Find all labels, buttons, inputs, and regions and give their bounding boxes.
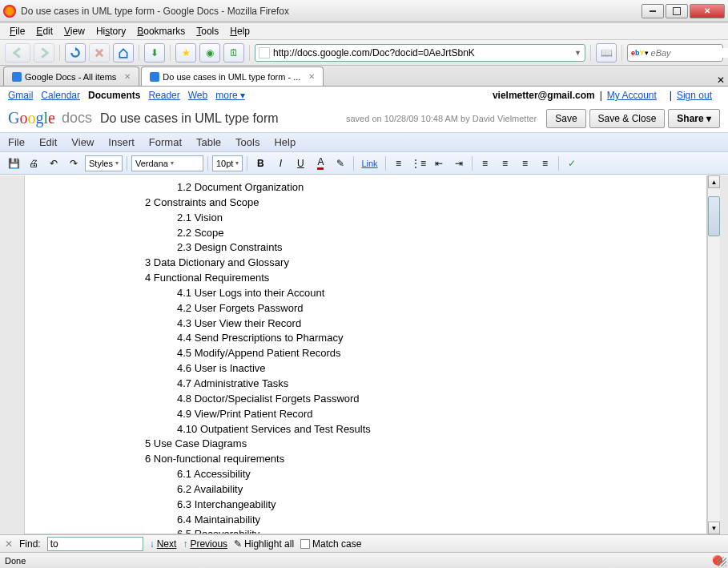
redo-icon[interactable]: ↷	[65, 155, 82, 171]
outline-item[interactable]: 4.1 User Logs into their Account	[177, 286, 698, 301]
back-button[interactable]	[5, 43, 30, 62]
findbar-close-icon[interactable]: ✕	[5, 538, 13, 550]
find-next-button[interactable]: ↓ Next	[150, 538, 177, 550]
outline-item[interactable]: 4.4 Send Prescriptions to Pharmacy	[177, 331, 698, 346]
outline-item[interactable]: 4.7 Administrative Tasks	[177, 377, 698, 392]
menu-view[interactable]: View	[59, 24, 90, 38]
outline-item[interactable]: 2.2 Scope	[177, 226, 698, 241]
menu-tools[interactable]: Tools	[191, 24, 223, 38]
outline-item[interactable]: 4.5 Modify/Append Patient Records	[177, 346, 698, 361]
tab-google-docs-list[interactable]: Google Docs - All items ✕	[3, 66, 139, 86]
reload-button[interactable]	[65, 43, 86, 62]
tab-close-icon[interactable]: ✕	[308, 72, 315, 81]
forward-button[interactable]	[34, 43, 54, 62]
docmenu-insert[interactable]: Insert	[108, 136, 135, 148]
menu-edit[interactable]: Edit	[31, 24, 58, 38]
bullet-list-icon[interactable]: ⋮≡	[410, 155, 428, 171]
outline-item[interactable]: 2.1 Vision	[177, 211, 698, 226]
docmenu-edit[interactable]: Edit	[39, 136, 57, 148]
doc-canvas[interactable]: 1.2 Document Organization2 Constraints a…	[24, 175, 707, 534]
outline-item[interactable]: 6.1 Accessibility	[177, 467, 698, 482]
home-button[interactable]	[113, 43, 134, 62]
my-account-link[interactable]: My Account	[607, 90, 657, 101]
print-icon[interactable]: 🖨	[25, 155, 42, 171]
tab-document[interactable]: Do use cases in UML type form - ... ✕	[141, 66, 324, 86]
menu-bookmarks[interactable]: Bookmarks	[132, 24, 190, 38]
link-button[interactable]: Link	[358, 159, 380, 168]
outline-item[interactable]: 6 Non-functional requirements	[145, 452, 698, 467]
outline-item[interactable]: 4.6 User is Inactive	[177, 361, 698, 377]
numbered-list-icon[interactable]: ≡	[390, 155, 408, 171]
menu-history[interactable]: History	[91, 24, 131, 38]
tabstrip-close-icon[interactable]: ✕	[717, 75, 725, 86]
outline-item[interactable]: 4.3 User View their Record	[177, 316, 698, 332]
highlight-all-button[interactable]: ✎ Highlight all	[234, 538, 294, 550]
size-select[interactable]: 10pt	[212, 155, 243, 171]
doc-content[interactable]: 1.2 Document Organization2 Constraints a…	[25, 175, 706, 534]
highlight-icon[interactable]: ✎	[332, 155, 349, 171]
doc-title[interactable]: Do use cases in UML type form	[100, 111, 279, 126]
gbar-more[interactable]: more ▾	[215, 90, 245, 101]
stop-button[interactable]	[89, 43, 110, 62]
menu-help[interactable]: Help	[225, 24, 255, 38]
save-button[interactable]: Save	[546, 109, 585, 128]
outline-item[interactable]: 2 Constraints and Scope	[145, 195, 698, 211]
outline-item[interactable]: 1.2 Document Organization	[177, 180, 698, 195]
gbar-gmail[interactable]: Gmail	[8, 90, 33, 101]
outline-item[interactable]: 6.5 Recoverability	[177, 527, 698, 534]
underline-icon[interactable]: U	[292, 155, 309, 171]
docmenu-format[interactable]: Format	[149, 136, 182, 148]
match-case-checkbox[interactable]: Match case	[300, 538, 361, 550]
font-select[interactable]: Verdana	[131, 155, 203, 171]
indent-icon[interactable]: ⇥	[450, 155, 468, 171]
docmenu-help[interactable]: Help	[274, 136, 296, 148]
gbar-reader[interactable]: Reader	[148, 90, 179, 101]
docmenu-view[interactable]: View	[71, 136, 94, 148]
outline-item[interactable]: 6.2 Availability	[177, 482, 698, 498]
outline-item[interactable]: 4.10 Outpatient Services and Test Result…	[177, 422, 698, 437]
find-input[interactable]	[47, 537, 143, 551]
align-left-icon[interactable]: ≡	[477, 155, 494, 171]
downloads-icon[interactable]: ⬇	[144, 43, 165, 62]
find-prev-button[interactable]: ↑ Previous	[183, 538, 227, 550]
outline-item[interactable]: 6.4 Maintainability	[177, 513, 698, 528]
minimize-button[interactable]	[642, 4, 664, 18]
gbar-documents[interactable]: Documents	[88, 90, 140, 101]
docmenu-tools[interactable]: Tools	[235, 136, 259, 148]
spellcheck-icon[interactable]: ✓	[563, 155, 581, 171]
url-bar[interactable]: ▼	[255, 44, 585, 62]
maximize-button[interactable]	[666, 4, 688, 18]
gbar-calendar[interactable]: Calendar	[41, 90, 80, 101]
outline-item[interactable]: 4 Functional Requirements	[145, 271, 698, 286]
close-button[interactable]	[690, 4, 725, 18]
outline-item[interactable]: 6.3 Interchangeability	[177, 498, 698, 513]
scroll-down-icon[interactable]: ▼	[708, 522, 720, 534]
addon-icon-1[interactable]: ◉	[199, 43, 220, 62]
search-engine-icon[interactable]: ebY▾	[631, 49, 649, 57]
tab-close-icon[interactable]: ✕	[124, 72, 131, 81]
outdent-icon[interactable]: ⇤	[430, 155, 448, 171]
docmenu-table[interactable]: Table	[196, 136, 221, 148]
resize-grip[interactable]	[717, 557, 726, 566]
align-justify-icon[interactable]: ≡	[537, 155, 554, 171]
url-input[interactable]	[273, 47, 574, 58]
sign-out-link[interactable]: Sign out	[677, 90, 712, 101]
addon-icon-3[interactable]: 📖	[596, 43, 617, 62]
docmenu-file[interactable]: File	[8, 136, 25, 148]
dropdown-icon[interactable]: ▼	[574, 49, 581, 57]
share-button[interactable]: Share ▾	[668, 109, 720, 128]
save-close-button[interactable]: Save & Close	[589, 109, 666, 128]
undo-icon[interactable]: ↶	[45, 155, 62, 171]
search-bar[interactable]: ebY▾ 🔍	[627, 44, 723, 62]
scroll-thumb[interactable]	[708, 196, 720, 236]
gbar-web[interactable]: Web	[188, 90, 207, 101]
scroll-up-icon[interactable]: ▲	[708, 175, 720, 188]
outline-item[interactable]: 2.3 Design Constraints	[177, 240, 698, 256]
bold-icon[interactable]: B	[251, 155, 269, 171]
align-right-icon[interactable]: ≡	[517, 155, 534, 171]
save-icon[interactable]: 💾	[5, 155, 22, 171]
italic-icon[interactable]: I	[271, 155, 289, 171]
search-input[interactable]	[651, 48, 728, 58]
outline-item[interactable]: 5 Use Case Diagrams	[145, 437, 698, 452]
outline-item[interactable]: 4.2 User Forgets Password	[177, 301, 698, 316]
